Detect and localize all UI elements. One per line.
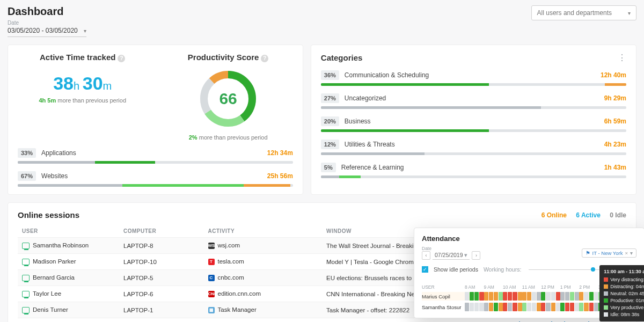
date-label: Date xyxy=(8,20,86,26)
table-row[interactable]: Paul Roberts LAPTOP-2 Ggoogle.com foxnew… xyxy=(18,318,626,323)
monitor-icon xyxy=(22,259,30,265)
attendance-cell[interactable] xyxy=(560,292,580,301)
attendance-tooltip: 11:00 am - 11:30 am Very distracting: 10… xyxy=(599,265,644,321)
attendance-cell[interactable] xyxy=(484,292,503,301)
chevron-right-icon[interactable]: › xyxy=(472,251,480,260)
favicon-icon: C xyxy=(208,275,215,281)
attendance-cell[interactable] xyxy=(522,303,541,311)
attendance-cell[interactable] xyxy=(541,303,560,311)
productivity-score: 66 xyxy=(219,90,237,108)
bar-chart xyxy=(18,184,293,187)
chevron-left-icon[interactable]: ‹ xyxy=(422,251,430,260)
row-time: 4h 23m xyxy=(604,141,626,148)
percent-badge: 36% xyxy=(321,70,339,80)
attendance-cell[interactable] xyxy=(503,303,522,311)
more-icon[interactable]: ⋮ xyxy=(618,53,626,63)
attendance-cell[interactable] xyxy=(579,292,598,301)
category-row[interactable]: 27% Uncategorized 9h 29m xyxy=(321,93,626,109)
monitor-icon xyxy=(22,243,30,249)
help-icon[interactable]: ? xyxy=(118,55,125,62)
hour-label: 12 PM xyxy=(541,284,560,290)
attendance-popup: Attendance Date ‹ 07/25/2019 ▾ › ⚑IT - N… xyxy=(414,228,644,318)
categories-card: Categories ⋮ 36% Communication & Schedul… xyxy=(311,45,636,195)
attendance-user-name: Marius Copil xyxy=(422,294,465,299)
row-time: 12h 40m xyxy=(601,71,626,79)
percent-badge: 12% xyxy=(321,140,339,149)
category-row[interactable]: 5% Reference & Learning 1h 43m xyxy=(321,163,626,178)
percent-badge: 5% xyxy=(321,163,336,172)
filter-users-dropdown[interactable]: All users and departments ▾ xyxy=(531,5,636,20)
attendance-cell[interactable] xyxy=(579,303,598,311)
productivity-donut: 66 xyxy=(196,67,260,131)
row-time: 6h 59m xyxy=(604,118,626,125)
date-range-picker[interactable]: 03/05/2020 - 03/05/2020 ▾ xyxy=(8,26,86,37)
monitor-icon xyxy=(22,291,30,297)
percent-badge: 27% xyxy=(321,93,339,103)
online-sessions-card: Online sessions 6 Online 6 Active 0 Idle… xyxy=(8,202,636,322)
row-time: 1h 43m xyxy=(604,164,626,171)
row-name: Communication & Scheduling xyxy=(345,71,429,79)
count-online: 6 Online xyxy=(541,211,567,219)
category-row[interactable]: 36% Communication & Scheduling 12h 40m xyxy=(321,70,626,86)
favicon-icon: ▦ xyxy=(208,307,215,313)
chevron-down-icon: ▾ xyxy=(628,10,631,16)
favicon-icon: T xyxy=(208,259,215,265)
show-idle-checkbox[interactable]: ✓ xyxy=(422,266,428,273)
attendance-cell[interactable] xyxy=(484,303,503,311)
show-idle-label: Show idle periods xyxy=(434,266,478,273)
attendance-date-picker[interactable]: ‹ 07/25/2019 ▾ › xyxy=(422,251,480,260)
percent-badge: 20% xyxy=(321,116,339,126)
filter-placeholder: All users and departments xyxy=(537,9,612,17)
close-icon[interactable]: × xyxy=(625,250,628,256)
attendance-date-value: 07/25/2019 ▾ xyxy=(433,251,470,260)
count-idle: 0 Idle xyxy=(610,211,626,219)
bar-chart xyxy=(321,175,626,178)
attendance-cell[interactable] xyxy=(560,303,580,311)
bar-chart xyxy=(321,83,626,86)
row-time: 25h 56m xyxy=(267,172,293,180)
category-row[interactable]: 20% Business 6h 59m xyxy=(321,116,626,132)
attendance-cell[interactable] xyxy=(503,292,522,301)
col-computer[interactable]: COMPUTER xyxy=(119,225,204,238)
bar-chart xyxy=(18,161,293,164)
favicon-icon: CNN xyxy=(208,291,215,297)
productivity-delta: 2% more than previous period xyxy=(163,134,292,141)
hour-label: 10 AM xyxy=(503,284,522,290)
breakdown-row[interactable]: 33% Applications 12h 34m xyxy=(18,148,293,164)
monitor-icon xyxy=(22,307,30,313)
attendance-date-label: Date xyxy=(422,246,480,251)
active-time-delta: 4h 5m more than previous period xyxy=(18,97,147,104)
attendance-cell[interactable] xyxy=(465,303,484,311)
help-icon[interactable]: ? xyxy=(261,55,268,62)
attendance-cell[interactable] xyxy=(522,292,541,301)
working-hours-label: Working hours: xyxy=(484,266,521,273)
breakdown-row[interactable]: 67% Websites 25h 56m xyxy=(18,171,293,187)
hour-label: 1 PM xyxy=(560,284,580,290)
bar-chart xyxy=(321,106,626,109)
category-row[interactable]: 12% Utilities & Threats 4h 23m xyxy=(321,140,626,155)
productivity-title: Productivity Score? xyxy=(163,53,292,62)
col-activity[interactable]: ACTIVITY xyxy=(204,225,323,238)
row-time: 9h 29m xyxy=(604,94,626,102)
percent-badge: 33% xyxy=(18,148,36,158)
bar-chart xyxy=(321,152,626,155)
attendance-group-filter[interactable]: ⚑IT - New York × ▾ xyxy=(582,248,636,258)
hour-label: 2 PM xyxy=(579,284,598,290)
row-name: Utilities & Threats xyxy=(345,141,395,148)
row-time: 12h 34m xyxy=(267,149,293,157)
attendance-title: Attendance xyxy=(422,235,636,243)
attendance-user-name: Samantha Stosur xyxy=(422,304,465,310)
attendance-col-user: USER xyxy=(422,284,465,290)
active-time-title: Active Time tracked? xyxy=(18,53,147,62)
page-title: Dashboard xyxy=(8,5,86,18)
attendance-cell[interactable] xyxy=(541,292,560,301)
hour-label: 8 AM xyxy=(465,284,484,290)
categories-title: Categories xyxy=(321,53,363,62)
attendance-cell[interactable] xyxy=(465,292,484,301)
col-user[interactable]: USER xyxy=(18,225,119,238)
row-name: Reference & Learning xyxy=(341,164,404,171)
sessions-title: Online sessions xyxy=(18,210,79,219)
row-name: Applications xyxy=(41,149,76,157)
favicon-icon: WSJ xyxy=(208,243,215,249)
hour-label: 9 AM xyxy=(484,284,503,290)
